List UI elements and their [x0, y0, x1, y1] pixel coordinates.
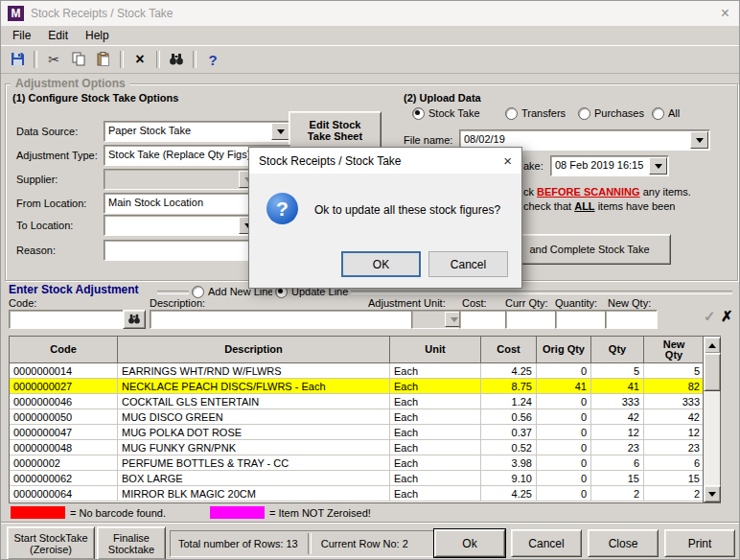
copy-button[interactable]: [66, 49, 91, 71]
total-rows-text: Total number of Rows: 13: [178, 538, 298, 549]
quantity-input[interactable]: [555, 310, 608, 329]
to-location-combo[interactable]: [104, 215, 259, 236]
help-button[interactable]: ?: [200, 49, 225, 71]
supplier-combo[interactable]: [104, 169, 259, 190]
table-row[interactable]: 0000000014EARRINGS WHT/RND W/FLWRSEach4.…: [10, 363, 704, 379]
close-button[interactable]: Close: [588, 529, 659, 557]
data-source-label: Data Source:: [16, 126, 78, 137]
dialog-ok-button[interactable]: OK: [341, 251, 421, 277]
paste-button[interactable]: [91, 49, 116, 71]
radio-label: All: [668, 107, 680, 119]
cancel-button[interactable]: Cancel: [511, 529, 582, 557]
chevron-down-icon[interactable]: [690, 131, 708, 149]
finalise-stocktake-button[interactable]: Finalise Stocktake: [97, 526, 166, 560]
header-cost: Cost: [481, 337, 537, 362]
upload-warning-line1: ck BEFORE SCANNING any items.: [523, 186, 691, 198]
ok-button[interactable]: Ok: [434, 529, 505, 557]
copy-icon: [72, 52, 86, 68]
radio-purchases[interactable]: Purchases: [575, 106, 647, 120]
paste-icon: [97, 52, 111, 68]
confirm-check-icon[interactable]: ✓: [704, 308, 716, 325]
binoculars-icon: [169, 53, 184, 67]
cell-cost: 0.56: [481, 409, 537, 425]
code-input[interactable]: [9, 310, 131, 329]
dialog-title: Stock Receipts / Stock Take: [259, 154, 402, 168]
new-qty-input[interactable]: [605, 310, 658, 329]
menu-file[interactable]: File: [4, 27, 39, 44]
description-input[interactable]: [150, 310, 416, 329]
table-row[interactable]: 0000000062BOX LARGEEach9.1001515: [10, 471, 704, 486]
radio-label: Transfers: [521, 107, 566, 119]
cell-qty: 41: [591, 379, 644, 394]
cell-code: 0000000050: [10, 409, 118, 425]
group-title-adjustment-options: Adjustment Options: [11, 77, 130, 90]
to-location-label: To Location:: [16, 220, 73, 231]
find-button[interactable]: [164, 49, 189, 71]
start-stocktake-button[interactable]: Start StockTake (Zeroise): [7, 526, 95, 560]
chevron-down-icon[interactable]: [649, 157, 667, 175]
table-row[interactable]: 0000000027NECKLACE PEACH DISCS/FLWRS - E…: [10, 379, 704, 394]
stock-take-date-value: 08 Feb 2019 16:15: [555, 159, 643, 171]
cell-description: NECKLACE PEACH DISCS/FLWRS - Each: [118, 379, 390, 394]
cell-orig-qty: 0: [537, 394, 591, 409]
status-divider: [308, 533, 312, 554]
curr-qty-input[interactable]: [505, 310, 558, 329]
delete-button[interactable]: ×: [127, 49, 152, 71]
cell-description: MIRROR BLK MAGIC 20CM: [118, 486, 390, 502]
chevron-down-icon[interactable]: [271, 123, 289, 140]
table-scrollbar[interactable]: [703, 337, 720, 502]
table-row[interactable]: 0000000048MUG FUNKY GRN/PNKEach0.5202323: [10, 440, 704, 455]
save-button[interactable]: [5, 49, 30, 71]
table-row[interactable]: 0000000046COCKTAIL GLS ENTERTAINEach1.24…: [10, 394, 704, 409]
menu-help[interactable]: Help: [77, 27, 118, 44]
dialog-close-icon[interactable]: ×: [503, 152, 512, 169]
toolbar-separator: [193, 51, 197, 68]
print-button[interactable]: Print: [664, 529, 735, 557]
radio-stock-take[interactable]: Stock Take: [409, 106, 483, 120]
stock-take-date-combo[interactable]: 08 Feb 2019 16:15: [550, 155, 669, 176]
adjustment-type-value: Stock Take (Replace Qty Figs): [108, 149, 250, 160]
table-row[interactable]: 00000002PERFUME BOTTLES & TRAY - CCEach3…: [10, 455, 704, 471]
edit-stock-take-sheet-button[interactable]: Edit Stock Take Sheet: [289, 111, 382, 150]
upload-complete-stock-take-button[interactable]: and Complete Stock Take: [508, 234, 671, 265]
code-search-button[interactable]: [123, 310, 146, 329]
footer-divider: [1, 522, 739, 524]
scroll-down-button[interactable]: [704, 485, 721, 502]
window-close-icon[interactable]: ×: [721, 6, 729, 21]
cancel-x-icon[interactable]: ✗: [721, 308, 733, 325]
menu-edit[interactable]: Edit: [39, 27, 77, 44]
table-row[interactable]: 0000000064MIRROR BLK MAGIC 20CMEach4.250…: [10, 486, 704, 502]
table-row[interactable]: 0000000047MUG POLKA DOT ROSEEach0.370121…: [10, 425, 704, 440]
scroll-thumb[interactable]: [704, 353, 721, 391]
table-row[interactable]: 0000000050MUG DISCO GREENEach0.5604242: [10, 409, 704, 425]
dialog-cancel-button[interactable]: Cancel: [428, 251, 508, 277]
cell-cost: 8.75: [481, 379, 537, 394]
data-source-combo[interactable]: Paper Stock Take: [104, 121, 291, 142]
cell-unit: Each: [390, 394, 481, 409]
cut-button[interactable]: ✂: [41, 49, 66, 71]
cut-icon: ✂: [48, 52, 59, 67]
cost-input[interactable]: [459, 310, 512, 329]
cell-orig-qty: 0: [537, 440, 591, 455]
scroll-up-button[interactable]: [704, 337, 721, 354]
radio-all[interactable]: All: [649, 106, 682, 120]
cell-unit: Each: [390, 379, 481, 394]
current-row-text: Current Row No: 2: [321, 538, 408, 549]
cell-new-qty: 2: [644, 486, 704, 502]
cell-unit: Each: [390, 486, 481, 502]
file-name-value: 08/02/19: [464, 133, 505, 145]
cell-cost: 1.24: [481, 394, 537, 409]
stock-table-body: 0000000014EARRINGS WHT/RND W/FLWRSEach4.…: [10, 363, 704, 502]
adjustment-unit-combo[interactable]: [411, 310, 465, 329]
radio-transfers[interactable]: Transfers: [502, 106, 568, 120]
cell-code: 0000000047: [10, 425, 118, 440]
cell-qty: 5: [591, 363, 644, 379]
radio-circle-icon: [578, 107, 590, 120]
question-mark-icon: ?: [266, 193, 298, 224]
legend-red-swatch: [11, 506, 65, 519]
stock-take-date-label-fragment: ake:: [523, 160, 543, 172]
toolbar-separator: [156, 51, 160, 68]
dialog-title-bar: Stock Receipts / Stock Take ×: [249, 148, 521, 174]
cell-new-qty: 23: [644, 440, 704, 455]
cell-code: 0000000062: [10, 471, 118, 486]
